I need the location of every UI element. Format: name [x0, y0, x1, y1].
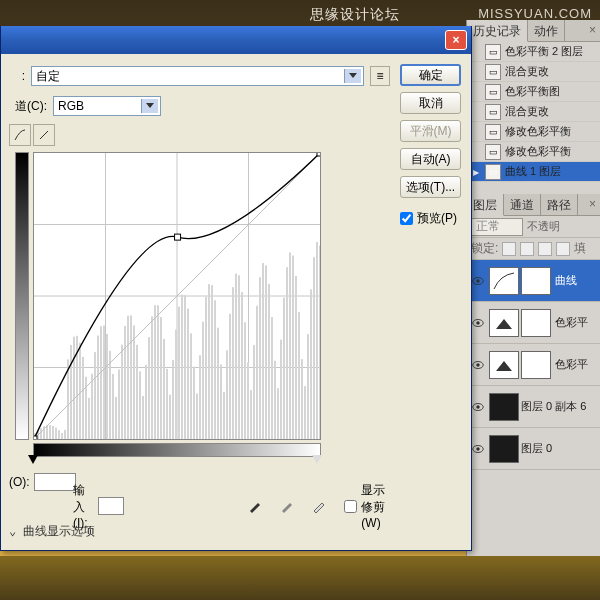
layers-list: 曲线 色彩平色彩平图层 0 副本 6图层 0 — [467, 260, 600, 470]
svg-rect-52 — [142, 396, 144, 439]
svg-rect-76 — [214, 300, 216, 439]
layers-close-icon[interactable]: × — [585, 194, 600, 215]
svg-rect-71 — [199, 355, 201, 439]
blend-mode-select[interactable]: 正常 — [471, 218, 523, 236]
svg-rect-107 — [307, 334, 309, 439]
layer-row[interactable]: 色彩平 — [467, 302, 600, 344]
svg-rect-96 — [274, 361, 276, 439]
svg-rect-102 — [292, 255, 294, 439]
svg-rect-108 — [310, 289, 312, 439]
layer-name: 色彩平 — [555, 315, 588, 330]
layer-row[interactable]: 图层 0 — [467, 428, 600, 470]
dialog-titlebar[interactable]: × — [1, 26, 471, 54]
preset-select[interactable]: 自定 — [31, 66, 364, 86]
pencil-tool-icon[interactable] — [33, 124, 55, 146]
curve-tool-icon[interactable] — [9, 124, 31, 146]
layer-row[interactable]: 图层 0 副本 6 — [467, 386, 600, 428]
svg-rect-34 — [88, 398, 90, 439]
tab-channels[interactable]: 通道 — [504, 194, 541, 215]
panel-close-icon[interactable]: × — [585, 20, 600, 41]
close-icon[interactable]: × — [445, 30, 467, 50]
tab-history[interactable]: 历史记录 — [467, 20, 528, 42]
history-item[interactable]: ▭混合更改 — [467, 62, 600, 82]
svg-point-3 — [476, 321, 480, 325]
svg-point-5 — [476, 363, 480, 367]
layer-thumb — [489, 267, 519, 295]
svg-rect-60 — [166, 369, 168, 439]
eyedropper-white-icon[interactable] — [308, 495, 330, 517]
svg-rect-64 — [178, 307, 180, 439]
svg-rect-63 — [175, 330, 177, 439]
auto-button[interactable]: 自动(A) — [400, 148, 461, 170]
svg-rect-50 — [136, 345, 138, 439]
svg-rect-22 — [52, 426, 54, 439]
svg-rect-57 — [157, 305, 159, 439]
eyedropper-gray-icon[interactable] — [276, 495, 298, 517]
preset-menu-icon[interactable]: ≡ — [370, 66, 390, 86]
svg-rect-31 — [79, 343, 81, 439]
svg-rect-70 — [196, 393, 198, 439]
show-clipping-checkbox[interactable]: 显示修剪(W) — [344, 482, 390, 530]
lock-label: 锁定: — [471, 240, 498, 257]
svg-rect-32 — [82, 357, 84, 439]
ok-button[interactable]: 确定 — [400, 64, 461, 86]
layer-mask — [521, 309, 551, 337]
layer-row[interactable]: 曲线 — [467, 260, 600, 302]
right-panels: 历史记录 动作 × ▭色彩平衡 2 图层▭混合更改▭色彩平衡图▭混合更改▭修改色… — [466, 20, 600, 580]
svg-rect-48 — [130, 315, 132, 439]
svg-rect-95 — [271, 317, 273, 439]
svg-rect-62 — [172, 360, 174, 439]
svg-rect-39 — [103, 326, 105, 439]
smooth-button: 平滑(M) — [400, 120, 461, 142]
history-item[interactable]: ▸▭曲线 1 图层 — [467, 162, 600, 182]
channel-select[interactable]: RGB — [53, 96, 161, 116]
watermark-en: MISSYUAN.COM — [478, 6, 592, 21]
svg-rect-66 — [184, 295, 186, 439]
history-item[interactable]: ▭修改色彩平衡 — [467, 122, 600, 142]
tab-actions[interactable]: 动作 — [528, 20, 565, 41]
history-item[interactable]: ▭修改色彩平衡 — [467, 142, 600, 162]
svg-rect-88 — [250, 390, 252, 439]
output-label: (O): — [9, 475, 30, 489]
svg-rect-23 — [55, 428, 57, 439]
lock-all-icon[interactable] — [556, 242, 570, 256]
curves-plot[interactable] — [33, 152, 321, 440]
lock-pixels-icon[interactable] — [502, 242, 516, 256]
history-item[interactable]: ▭色彩平衡 2 图层 — [467, 42, 600, 62]
layer-mask — [521, 351, 551, 379]
svg-rect-65 — [181, 295, 183, 439]
svg-rect-42 — [112, 374, 114, 439]
cancel-button[interactable]: 取消 — [400, 92, 461, 114]
output-gradient — [15, 152, 29, 440]
eyedropper-black-icon[interactable] — [244, 495, 266, 517]
white-point-slider[interactable] — [312, 455, 322, 464]
display-options-toggle[interactable]: ⌄ 曲线显示选项 — [9, 523, 390, 540]
history-item[interactable]: ▭色彩平衡图 — [467, 82, 600, 102]
svg-rect-28 — [70, 345, 72, 439]
history-item[interactable]: ▭混合更改 — [467, 102, 600, 122]
svg-rect-49 — [133, 325, 135, 439]
layer-mask — [521, 267, 551, 295]
lock-move-icon[interactable] — [538, 242, 552, 256]
opacity-label: 不透明 — [527, 219, 560, 234]
options-button[interactable]: 选项(T)... — [400, 176, 461, 198]
svg-rect-45 — [121, 345, 123, 439]
svg-rect-101 — [289, 252, 291, 439]
history-step-icon: ▭ — [485, 124, 501, 140]
tab-paths[interactable]: 路径 — [541, 194, 578, 215]
svg-point-7 — [476, 405, 480, 409]
input-input[interactable] — [98, 497, 124, 515]
layer-row[interactable]: 色彩平 — [467, 344, 600, 386]
svg-rect-80 — [226, 350, 228, 439]
lock-brush-icon[interactable] — [520, 242, 534, 256]
preview-checkbox[interactable]: 预览(P) — [400, 210, 461, 227]
history-step-icon: ▭ — [485, 164, 501, 180]
black-point-slider[interactable] — [28, 455, 38, 464]
svg-rect-35 — [91, 374, 93, 439]
svg-rect-81 — [229, 314, 231, 439]
output-input[interactable] — [34, 473, 76, 491]
tab-layers[interactable]: 图层 — [467, 194, 504, 216]
svg-rect-113 — [34, 436, 37, 439]
svg-rect-98 — [280, 340, 282, 439]
svg-rect-85 — [241, 292, 243, 439]
